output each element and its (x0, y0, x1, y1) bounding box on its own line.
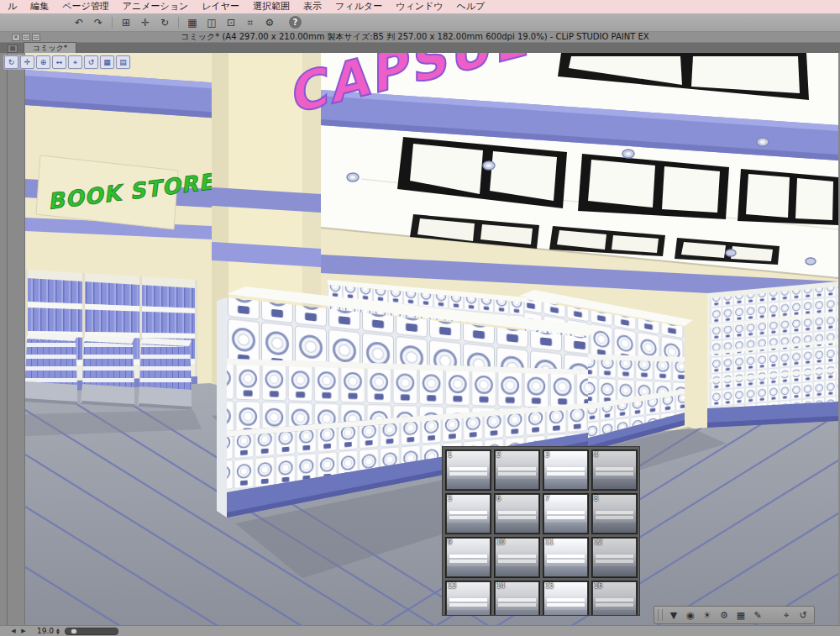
close-icon[interactable]: × (12, 34, 20, 41)
focus-target-icon[interactable]: ◉ (683, 608, 698, 623)
camera-preset-7[interactable]: 7 (543, 493, 589, 534)
camera-preset-9[interactable]: 9 (445, 537, 491, 578)
help-icon[interactable]: ? (289, 16, 302, 29)
camera-zoom-icon[interactable]: ⊕ (36, 55, 50, 69)
minimize-icon[interactable]: ▭ (22, 34, 30, 41)
3d-scene-viewport[interactable]: BOOK STORE (25, 53, 838, 625)
menu-edit[interactable]: 編集 (24, 0, 55, 13)
preset-number: 6 (496, 495, 501, 502)
camera-dolly-icon[interactable]: ↔ (52, 55, 66, 69)
light-source-icon[interactable]: ☀ (700, 608, 715, 623)
menu-file-partial[interactable]: ル (2, 0, 23, 13)
window-controls: × ▭ ▭ (12, 34, 40, 41)
menu-help[interactable]: ヘルプ (450, 0, 491, 13)
magazine-stand (138, 338, 192, 410)
zoom-down-icon[interactable]: ▼ (56, 631, 60, 634)
edit-pose-icon[interactable]: ✎ (750, 608, 765, 623)
preset-number: 14 (496, 582, 505, 590)
snap-grid-icon[interactable]: ⌗ (242, 15, 259, 30)
document-title-bar: × ▭ ▭ コミック* (A4 297.00 x 210.00mm 製本サイズ:… (0, 32, 840, 43)
magazine-stand (25, 333, 77, 405)
object-rotate-icon[interactable]: ↺ (84, 55, 98, 69)
toolbar-separator (178, 17, 179, 29)
menu-animation[interactable]: アニメーション (117, 0, 195, 13)
preset-number: 8 (594, 495, 598, 502)
preset-number: 3 (545, 451, 549, 459)
camera-preset-4[interactable]: 4 (591, 449, 638, 491)
object-settings-icon[interactable]: ⚙ (717, 608, 732, 623)
menu-window[interactable]: ウィンドウ (390, 0, 449, 13)
zoom-value: 19.0 (37, 627, 54, 635)
settings-icon[interactable]: ⚙ (261, 15, 278, 30)
camera-preset-6[interactable]: 6 (494, 493, 540, 534)
camera-preset-2[interactable]: 2 (494, 449, 540, 491)
magazine-stand (81, 335, 134, 407)
preset-thumbnail-image (447, 451, 490, 489)
camera-preset-14[interactable]: 14 (494, 581, 540, 616)
camera-preset-5[interactable]: 5 (445, 493, 491, 534)
pivot-icon[interactable]: ⌖ (779, 608, 794, 623)
camera-preset-8[interactable]: 8 (591, 493, 638, 534)
camera-preset-1[interactable]: 1 (445, 449, 491, 491)
camera-preset-13[interactable]: 13 (445, 581, 491, 616)
drop-to-floor-icon[interactable]: ▼ (666, 608, 681, 623)
prev-page-icon[interactable]: ◀ (8, 627, 18, 636)
camera-rotate-icon[interactable]: ↻ (4, 55, 18, 69)
snap-ruler-icon[interactable]: ◫ (203, 15, 220, 30)
3d-object-toolbar: ▼ ◉ ☀ ⚙ ▦ ✎ ⌖ ↺ (654, 606, 815, 624)
camera-preset-12[interactable]: 12 (591, 537, 638, 578)
camera-preset-panel: 1 2 3 4 5 6 7 8 9 10 11 12 13 14 15 16 (442, 446, 640, 616)
preset-thumbnail-image (496, 495, 538, 533)
menu-selection[interactable]: 選択範囲 (247, 0, 296, 13)
camera-presets-icon[interactable]: ▦ (100, 55, 114, 69)
menu-layer[interactable]: レイヤー (196, 0, 245, 13)
camera-preset-15[interactable]: 15 (543, 581, 589, 616)
next-page-icon[interactable]: ▶ (18, 627, 29, 636)
rotate-view-icon[interactable]: ↻ (156, 15, 173, 30)
preset-number: 11 (545, 539, 554, 546)
maximize-icon[interactable]: ▭ (32, 34, 40, 41)
toolbar-grip[interactable] (658, 609, 663, 621)
preset-number: 15 (545, 582, 554, 590)
camera-preset-16[interactable]: 16 (591, 581, 638, 616)
tab-comic[interactable]: コミック* (24, 42, 76, 53)
canvas-area[interactable]: BOOK STORE (0, 53, 840, 625)
document-title: コミック* (A4 297.00 x 210.00mm 製本サイズ:B5 判 2… (40, 31, 790, 43)
preset-thumbnail-image (496, 451, 538, 489)
crop-icon[interactable]: ✛ (137, 15, 154, 30)
tab-list-icon[interactable]: ▤ (8, 45, 18, 53)
status-bar: ◀ ▶ 19.0 ▲ ▼ (0, 625, 840, 636)
preset-thumbnail-image (544, 495, 587, 533)
camera-preset-3[interactable]: 3 (543, 449, 589, 491)
zoom-slider-knob[interactable] (71, 628, 77, 634)
zoom-slider[interactable] (65, 628, 118, 635)
show-grid-icon[interactable]: ▦ (733, 608, 748, 623)
capsule-machine-wall-shelves (707, 281, 838, 428)
camera-preset-11[interactable]: 11 (543, 537, 589, 578)
toolbar-separator (112, 17, 113, 29)
preset-thumbnail-image (544, 451, 587, 489)
grid-icon[interactable]: ▦ (184, 15, 201, 30)
redo-icon[interactable]: ↷ (90, 15, 107, 30)
preset-number: 4 (594, 451, 598, 459)
preset-thumbnail-image (447, 495, 490, 533)
preset-number: 1 (448, 451, 452, 459)
preset-number: 16 (594, 582, 602, 590)
undo-icon[interactable]: ↶ (71, 15, 87, 30)
3d-navigation-toolbar: ↻ ✛ ⊕ ↔ ⌖ ↺ ▦ ▤ (3, 55, 131, 70)
snap-special-icon[interactable]: ⊡ (223, 15, 239, 30)
object-move-icon[interactable]: ⌖ (68, 55, 82, 69)
camera-preset-10[interactable]: 10 (494, 537, 540, 578)
canvas-tab-bar: ▤ コミック* (0, 43, 840, 53)
preset-number: 2 (496, 451, 501, 459)
object-list-icon[interactable]: ▤ (116, 55, 130, 69)
menu-view[interactable]: 表示 (297, 0, 328, 13)
menu-filter[interactable]: フィルター (329, 0, 388, 13)
menu-page-management[interactable]: ページ管理 (56, 0, 115, 13)
preset-thumbnail-image (447, 539, 490, 576)
deselect-icon[interactable]: ⊞ (118, 15, 134, 30)
reset-view-icon[interactable]: ↺ (795, 608, 811, 623)
preset-number: 12 (594, 539, 602, 546)
menu-bar: ル 編集 ページ管理 アニメーション レイヤー 選択範囲 表示 フィルター ウィ… (0, 0, 840, 13)
camera-pan-icon[interactable]: ✛ (20, 55, 34, 69)
